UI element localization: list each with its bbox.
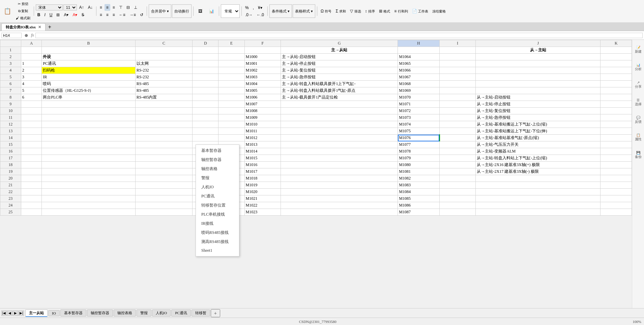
cell-F3[interactable]: M1001 — [244, 60, 281, 67]
cell-J25[interactable] — [476, 209, 601, 216]
cell-J10[interactable]: 从→主站-复位按钮 — [476, 108, 601, 114]
cell-J20[interactable] — [476, 175, 601, 182]
cell-H13[interactable]: M1075 — [398, 128, 439, 135]
align-right2-button[interactable]: ≡ — [111, 11, 117, 18]
decimal-inc-button[interactable]: .0→ — [243, 11, 254, 18]
cell-C22[interactable] — [135, 189, 193, 195]
cell-B21[interactable] — [42, 182, 135, 189]
cell-A10[interactable] — [21, 108, 42, 114]
cell-H2[interactable]: M1064 — [398, 54, 439, 60]
cell-E8[interactable] — [218, 94, 244, 101]
cell-G7[interactable]: 主→从站-转盘入料站载具拨开1气缸-原点 — [281, 87, 398, 94]
col-header-H[interactable]: H — [398, 40, 439, 47]
cell-E6[interactable] — [218, 81, 244, 87]
cell-G8[interactable]: 主→从站-载具拨开1产品定位检 — [281, 94, 398, 101]
dropdown-item-transfer-reg[interactable]: 转移暂存位置 — [196, 201, 239, 210]
cell-B24[interactable] — [42, 202, 135, 209]
new-sidebar-button[interactable]: 📝 新建 — [633, 41, 644, 58]
cell-A5[interactable]: 3 — [21, 74, 42, 81]
bold-button[interactable]: B — [36, 11, 42, 18]
dropdown-item-axis-table[interactable]: 轴控表格 — [196, 164, 239, 173]
sheet-tab-hmi-io[interactable]: 人机IO — [152, 309, 171, 317]
cell-H12[interactable]: M1074 — [398, 121, 439, 128]
cell-B14[interactable] — [42, 135, 135, 141]
cell-C4[interactable]: RS-232 — [135, 67, 193, 74]
cell-I7[interactable] — [439, 87, 476, 94]
cell-G24[interactable] — [281, 202, 398, 209]
cell-C17[interactable] — [135, 155, 193, 162]
col-header-C[interactable]: C — [135, 40, 193, 47]
add-sheet-button[interactable]: + — [211, 309, 220, 317]
cell-A13[interactable] — [21, 128, 42, 135]
expand-formula-button[interactable]: ⊕ — [23, 32, 30, 39]
cell-H7[interactable]: M1069 — [398, 87, 439, 94]
copy-button[interactable]: ⧉ 复制 — [14, 8, 32, 15]
dropdown-item-hmi-io[interactable]: 人机IO — [196, 183, 239, 192]
cell-J22[interactable] — [476, 189, 601, 195]
row-col-button[interactable]: ≡ 行和列 — [392, 4, 409, 18]
currency-button[interactable]: ¥▾ — [256, 4, 264, 11]
cell-K16[interactable] — [601, 148, 632, 155]
cell-A7[interactable]: 5 — [21, 87, 42, 94]
cell-J4[interactable] — [476, 67, 601, 74]
cell-F14[interactable]: M1012 — [244, 135, 281, 141]
cell-K19[interactable] — [601, 168, 632, 175]
indent-dec-button[interactable]: ←≡ — [117, 11, 127, 18]
cell-G17[interactable] — [281, 155, 398, 162]
cell-A24[interactable] — [21, 202, 42, 209]
cell-G9[interactable] — [281, 101, 398, 108]
cell-A18[interactable] — [21, 162, 42, 168]
nav-prev-button[interactable]: ◀ — [7, 310, 12, 316]
cell-I6[interactable] — [439, 81, 476, 87]
cell-B20[interactable] — [42, 175, 135, 182]
cell-E14[interactable] — [218, 135, 244, 141]
col-header-J[interactable]: J — [476, 40, 601, 47]
cell-G23[interactable] — [281, 195, 398, 202]
align-left-button[interactable]: ≡ — [98, 4, 104, 11]
cell-C2[interactable] — [135, 54, 193, 60]
cell-C23[interactable] — [135, 195, 193, 202]
col-header-E[interactable]: E — [218, 40, 244, 47]
cell-B9[interactable] — [42, 101, 135, 108]
tab-close-icon[interactable]: ✕ — [38, 25, 41, 29]
cell-C21[interactable] — [135, 182, 193, 189]
align-middle-button[interactable]: ⊟ — [125, 4, 131, 11]
cell-C14[interactable] — [135, 135, 193, 141]
cell-D12[interactable] — [193, 121, 218, 128]
cell-C19[interactable] — [135, 168, 193, 175]
cell-reference-input[interactable] — [1, 33, 22, 38]
format-button[interactable]: ⊞ 格式 — [377, 4, 392, 18]
cell-I4[interactable] — [439, 67, 476, 74]
cell-F21[interactable]: M1019 — [244, 182, 281, 189]
cell-G1[interactable]: 主→从站 — [281, 47, 398, 54]
cell-I22[interactable] — [439, 189, 476, 195]
cell-J19[interactable]: 从→主站-2X17 建基准3X轴(-) 极限 — [476, 168, 601, 175]
format-painter-button[interactable]: 🖌 格式刷 — [14, 15, 32, 22]
cell-A3[interactable]: 1 — [21, 60, 42, 67]
cell-I14[interactable] — [439, 135, 476, 141]
cell-G14[interactable] — [281, 135, 398, 141]
indent-inc-button[interactable]: →≡ — [128, 11, 138, 18]
cell-F12[interactable]: M1010 — [244, 121, 281, 128]
cell-A11[interactable] — [21, 114, 42, 121]
cell-F13[interactable]: M1011 — [244, 128, 281, 135]
cell-K3[interactable] — [601, 60, 632, 67]
cell-H24[interactable]: M1086 — [398, 202, 439, 209]
cell-F20[interactable]: M1018 — [244, 175, 281, 182]
cell-I21[interactable] — [439, 182, 476, 189]
sheet-tab-main[interactable]: 主一从站 — [25, 309, 48, 317]
cell-H16[interactable]: M1078 — [398, 148, 439, 155]
cell-E5[interactable] — [218, 74, 244, 81]
cell-C5[interactable]: RS-232 — [135, 74, 193, 81]
cell-J24[interactable] — [476, 202, 601, 209]
backup-sidebar-button[interactable]: 💾 备份 — [633, 146, 644, 163]
cell-C3[interactable]: 以太网 — [135, 60, 193, 67]
cell-G10[interactable] — [281, 108, 398, 114]
cell-B7[interactable]: 位置传感器（HL-G125-S-J） — [42, 87, 135, 94]
cell-J14[interactable]: 从→主站-基准站基准气缸-原点(缩) — [476, 135, 601, 141]
workbook-button[interactable]: 📄 工作表 — [410, 4, 430, 18]
cell-K15[interactable] — [601, 141, 632, 148]
sheet-tab-transfer[interactable]: 转移暂 — [192, 309, 210, 317]
cell-K24[interactable] — [601, 202, 632, 209]
cell-G11[interactable] — [281, 114, 398, 121]
